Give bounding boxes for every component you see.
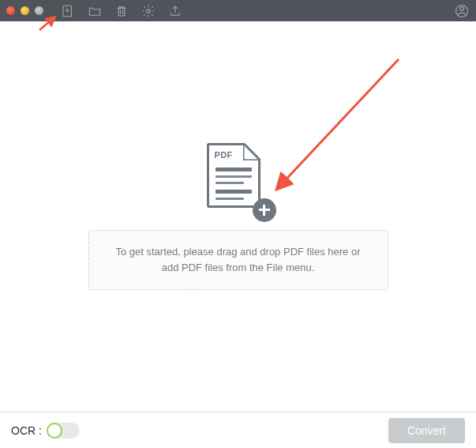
convert-button[interactable]: Convert: [388, 418, 465, 443]
minimize-window-button[interactable]: [21, 6, 29, 15]
close-window-button[interactable]: [6, 6, 15, 15]
drop-message-line1: To get started, please drag and drop PDF…: [115, 246, 360, 258]
export-icon[interactable]: [167, 3, 183, 19]
plus-icon: [253, 198, 276, 222]
toolbar: [60, 3, 183, 19]
account-icon[interactable]: [454, 3, 470, 19]
titlebar: [0, 0, 476, 21]
drop-message-line2: add PDF files from the File menu.: [162, 262, 315, 273]
svg-point-6: [147, 9, 151, 13]
drop-zone[interactable]: PDF To get started, please drag and drop…: [0, 21, 476, 412]
ocr-label: OCR :: [11, 424, 42, 437]
pdf-badge-text: PDF: [215, 150, 233, 160]
gear-icon[interactable]: [141, 3, 156, 19]
trash-icon[interactable]: [114, 3, 129, 19]
pdf-add-illustration: PDF: [207, 143, 270, 216]
open-folder-icon[interactable]: [87, 3, 103, 19]
footer: OCR : Convert: [0, 412, 476, 448]
svg-point-7: [460, 6, 464, 10]
zoom-window-button[interactable]: [35, 6, 43, 15]
svg-rect-3: [118, 8, 125, 16]
ocr-toggle-knob: [47, 423, 62, 439]
window-controls: [6, 6, 43, 15]
drop-message: To get started, please drag and drop PDF…: [88, 230, 388, 290]
add-file-icon[interactable]: [60, 3, 76, 19]
ocr-toggle[interactable]: [47, 423, 80, 439]
